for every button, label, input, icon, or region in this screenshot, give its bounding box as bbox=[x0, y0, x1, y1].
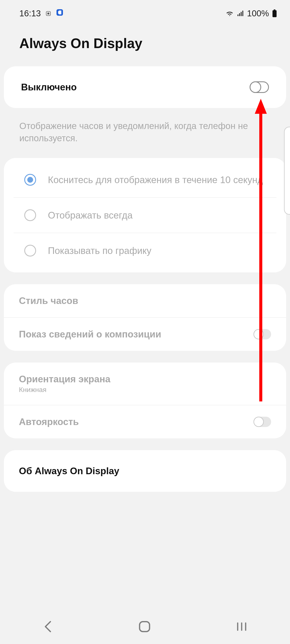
battery-percent: 100% bbox=[247, 8, 269, 18]
nav-recents-button[interactable] bbox=[236, 622, 247, 632]
orientation-row[interactable]: Ориентация экрана Книжная bbox=[4, 362, 286, 405]
display-card: Ориентация экрана Книжная Автояркость bbox=[4, 362, 286, 438]
mode-tap-to-show[interactable]: Коснитесь для отображения в течение 10 с… bbox=[14, 162, 276, 197]
master-toggle[interactable] bbox=[250, 81, 269, 93]
music-info-label: Показ сведений о композиции bbox=[19, 329, 161, 340]
status-app-icon bbox=[56, 8, 64, 18]
svg-rect-8 bbox=[272, 10, 277, 17]
feature-description: Отображение часов и уведомлений, когда т… bbox=[0, 112, 290, 158]
mode-label: Отображать всегда bbox=[48, 209, 133, 221]
svg-rect-1 bbox=[48, 13, 49, 14]
mode-label: Показывать по графику bbox=[48, 245, 151, 256]
about-row[interactable]: Об Always On Display bbox=[4, 450, 286, 492]
status-bar: 16:13 100% bbox=[0, 0, 290, 22]
orientation-label: Ориентация экрана bbox=[19, 374, 110, 384]
master-switch-label: Выключено bbox=[21, 82, 77, 92]
about-label: Об Always On Display bbox=[19, 466, 119, 476]
svg-rect-11 bbox=[140, 622, 150, 632]
master-switch-row[interactable]: Выключено bbox=[4, 66, 286, 108]
status-misc-icon bbox=[46, 8, 51, 18]
display-mode-card: Коснитесь для отображения в течение 10 с… bbox=[4, 158, 286, 272]
mode-label: Коснитесь для отображения в течение 10 с… bbox=[48, 174, 263, 186]
status-time: 16:13 bbox=[19, 8, 41, 18]
nav-home-button[interactable] bbox=[138, 620, 151, 633]
page-title: Always On Display bbox=[0, 22, 290, 66]
radio-icon bbox=[24, 209, 36, 221]
radio-icon bbox=[24, 174, 36, 186]
navigation-bar bbox=[0, 610, 290, 644]
auto-brightness-label: Автояркость bbox=[19, 416, 79, 427]
svg-rect-6 bbox=[242, 10, 243, 16]
clock-style-row[interactable]: Стиль часов bbox=[4, 284, 286, 317]
svg-rect-4 bbox=[239, 13, 240, 16]
style-card: Стиль часов Показ сведений о композиции bbox=[4, 284, 286, 351]
auto-brightness-toggle[interactable] bbox=[253, 417, 271, 427]
svg-rect-5 bbox=[241, 12, 242, 16]
master-switch-card: Выключено bbox=[4, 66, 286, 108]
nav-back-button[interactable] bbox=[43, 620, 53, 633]
scroll-indicator[interactable] bbox=[284, 127, 290, 215]
auto-brightness-row[interactable]: Автояркость bbox=[4, 405, 286, 438]
signal-icon bbox=[237, 10, 244, 17]
about-card: Об Always On Display bbox=[4, 450, 286, 492]
svg-rect-3 bbox=[237, 14, 238, 16]
music-info-toggle[interactable] bbox=[253, 329, 271, 340]
radio-icon bbox=[24, 245, 36, 256]
mode-schedule[interactable]: Показывать по графику bbox=[14, 233, 276, 268]
orientation-value: Книжная bbox=[19, 386, 110, 394]
music-info-row[interactable]: Показ сведений о композиции bbox=[4, 317, 286, 351]
clock-style-label: Стиль часов bbox=[19, 296, 78, 306]
svg-rect-7 bbox=[274, 10, 275, 10]
mode-always[interactable]: Отображать всегда bbox=[14, 197, 276, 233]
battery-icon bbox=[272, 10, 277, 18]
wifi-icon bbox=[225, 10, 234, 17]
